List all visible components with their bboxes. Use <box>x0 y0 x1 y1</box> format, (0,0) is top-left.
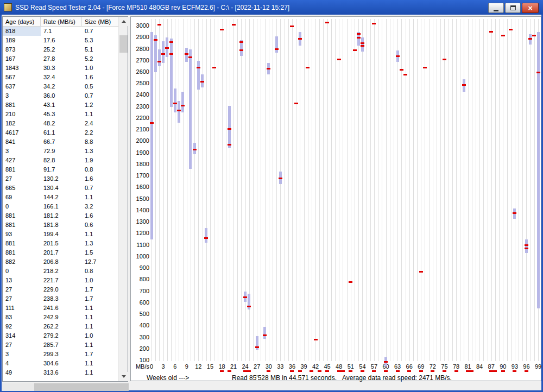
table-cell[interactable]: 27 <box>3 340 41 350</box>
scroll-down-button[interactable] <box>119 372 128 381</box>
table-row[interactable]: 0218.20.8 <box>3 267 118 276</box>
table-cell[interactable]: 201.7 <box>41 248 82 257</box>
table-cell[interactable]: 229.0 <box>41 285 82 294</box>
table-cell[interactable]: 1.6 <box>82 73 118 82</box>
column-header-age[interactable]: Age (days) <box>3 17 41 26</box>
table-cell[interactable]: 61.1 <box>41 128 82 137</box>
table-cell[interactable]: 0.5 <box>82 82 118 91</box>
table-cell[interactable]: 43.1 <box>41 100 82 110</box>
table-cell[interactable]: 13 <box>3 276 41 285</box>
table-cell[interactable]: 665 <box>3 184 41 193</box>
table-cell[interactable]: 34.2 <box>41 82 82 91</box>
table-row[interactable]: 83242.91.1 <box>3 313 118 322</box>
table-cell[interactable]: 27 <box>3 294 41 304</box>
table-cell[interactable]: 841 <box>3 137 41 147</box>
table-cell[interactable]: 881 <box>3 248 41 257</box>
close-button[interactable]: × <box>522 3 539 13</box>
table-cell[interactable]: 166.1 <box>41 202 82 211</box>
table-cell[interactable]: 144.2 <box>41 193 82 202</box>
table-cell[interactable]: 881 <box>3 100 41 110</box>
table-row[interactable]: 92262.21.1 <box>3 322 118 331</box>
table-cell[interactable]: 83 <box>3 313 41 322</box>
table-cell[interactable]: 299.3 <box>41 350 82 359</box>
table-row[interactable]: 3299.31.7 <box>3 350 118 359</box>
column-header-size[interactable]: Size (MB) <box>82 17 118 26</box>
table-cell[interactable]: 1.5 <box>82 248 118 257</box>
table-cell[interactable]: 17.6 <box>41 36 82 45</box>
table-cell[interactable]: 0.7 <box>82 27 118 36</box>
table-cell[interactable]: 818 <box>3 27 41 36</box>
table-row[interactable]: 27285.71.1 <box>3 340 118 350</box>
table-row[interactable]: 111241.61.1 <box>3 304 118 313</box>
vertical-scrollbar-thumb[interactable] <box>119 35 128 53</box>
table-row[interactable]: 881201.51.3 <box>3 239 118 248</box>
table-row[interactable]: 69144.21.1 <box>3 193 118 202</box>
table-cell[interactable]: 182 <box>3 119 41 128</box>
title-bar[interactable]: SSD Read Speed Tester 2.04 - [Force MP51… <box>0 0 543 15</box>
table-cell[interactable]: 1.1 <box>82 313 118 322</box>
table-cell[interactable]: 91.7 <box>41 165 82 174</box>
table-cell[interactable]: 637 <box>3 82 41 91</box>
table-cell[interactable]: 882 <box>3 257 41 267</box>
table-cell[interactable]: 4617 <box>3 128 41 137</box>
table-cell[interactable]: 1.1 <box>82 340 118 350</box>
table-cell[interactable]: 1.1 <box>82 304 118 313</box>
scroll-up-button[interactable] <box>119 17 128 26</box>
table-cell[interactable]: 1.7 <box>82 294 118 304</box>
table-row[interactable]: 63734.20.5 <box>3 82 118 91</box>
table-cell[interactable]: 313.6 <box>41 368 82 377</box>
table-cell[interactable]: 218.2 <box>41 267 82 276</box>
table-cell[interactable]: 1.2 <box>82 100 118 110</box>
table-cell[interactable]: 25.2 <box>41 45 82 54</box>
table-row[interactable]: 42782.81.9 <box>3 156 118 165</box>
table-cell[interactable]: 36.0 <box>41 91 82 100</box>
table-row[interactable]: 27229.01.7 <box>3 285 118 294</box>
table-cell[interactable]: 72.9 <box>41 147 82 156</box>
table-cell[interactable]: 279.2 <box>41 331 82 340</box>
table-row[interactable]: 49313.61.1 <box>3 368 118 377</box>
table-cell[interactable]: 8.8 <box>82 137 118 147</box>
table-row[interactable]: 18248.22.4 <box>3 119 118 128</box>
table-cell[interactable]: 199.4 <box>41 230 82 239</box>
horizontal-scrollbar-thumb[interactable] <box>34 383 129 391</box>
table-cell[interactable]: 2.2 <box>82 128 118 137</box>
table-row[interactable]: 27130.21.6 <box>3 174 118 184</box>
table-cell[interactable]: 181.2 <box>41 211 82 220</box>
table-cell[interactable]: 206.8 <box>41 257 82 267</box>
table-cell[interactable]: 130.2 <box>41 174 82 184</box>
table-row[interactable]: 84166.78.8 <box>3 137 118 147</box>
table-cell[interactable]: 0.8 <box>82 267 118 276</box>
table-cell[interactable]: 66.7 <box>41 137 82 147</box>
table-cell[interactable]: 201.5 <box>41 239 82 248</box>
table-row[interactable]: 88143.11.2 <box>3 100 118 110</box>
table-cell[interactable]: 881 <box>3 220 41 230</box>
table-cell[interactable]: 7.1 <box>41 27 82 36</box>
table-row[interactable]: 461761.12.2 <box>3 128 118 137</box>
table-cell[interactable]: 304.6 <box>41 359 82 368</box>
table-cell[interactable]: 3 <box>3 350 41 359</box>
table-row[interactable]: 336.00.7 <box>3 91 118 100</box>
table-cell[interactable]: 48.2 <box>41 119 82 128</box>
table-cell[interactable]: 0.8 <box>82 165 118 174</box>
horizontal-scrollbar[interactable] <box>2 383 129 391</box>
table-cell[interactable]: 27 <box>3 285 41 294</box>
table-cell[interactable]: 427 <box>3 156 41 165</box>
maximize-button[interactable] <box>505 3 521 13</box>
table-cell[interactable]: 27.8 <box>41 54 82 64</box>
table-cell[interactable]: 1.0 <box>82 64 118 73</box>
table-cell[interactable]: 5.2 <box>82 54 118 64</box>
table-cell[interactable]: 1.7 <box>82 285 118 294</box>
table-cell[interactable]: 1.1 <box>82 359 118 368</box>
table-cell[interactable]: 49 <box>3 368 41 377</box>
table-row[interactable]: 314279.21.0 <box>3 331 118 340</box>
table-cell[interactable]: 1.1 <box>82 193 118 202</box>
table-cell[interactable]: 3 <box>3 91 41 100</box>
table-row[interactable]: 13221.71.0 <box>3 276 118 285</box>
table-cell[interactable]: 314 <box>3 331 41 340</box>
table-cell[interactable]: 5.3 <box>82 36 118 45</box>
table-cell[interactable]: 4 <box>3 359 41 368</box>
table-row[interactable]: 4304.61.1 <box>3 359 118 368</box>
table-cell[interactable]: 238.3 <box>41 294 82 304</box>
table-cell[interactable]: 1.6 <box>82 211 118 220</box>
table-cell[interactable]: 1.7 <box>82 350 118 359</box>
